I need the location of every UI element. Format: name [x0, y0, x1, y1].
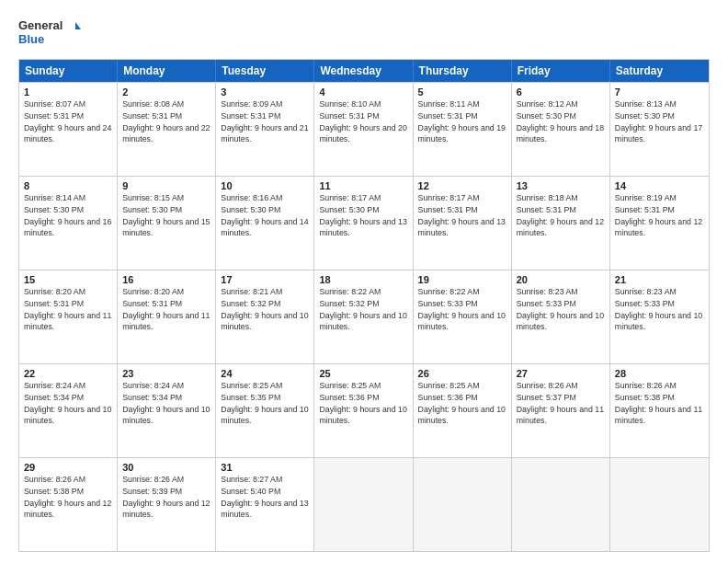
day-number: 21: [615, 274, 704, 285]
day-cell-19: 19Sunrise: 8:22 AM Sunset: 5:33 PM Dayli…: [414, 270, 512, 363]
calendar-grid: SundayMondayTuesdayWednesdayThursdayFrid…: [18, 59, 710, 552]
day-cell-31: 31Sunrise: 8:27 AM Sunset: 5:40 PM Dayli…: [216, 458, 314, 551]
day-cell-23: 23Sunrise: 8:24 AM Sunset: 5:34 PM Dayli…: [118, 364, 216, 457]
day-info: Sunrise: 8:09 AM Sunset: 5:31 PM Dayligh…: [221, 98, 309, 145]
day-info: Sunrise: 8:18 AM Sunset: 5:31 PM Dayligh…: [517, 192, 605, 239]
calendar-row-3: 15Sunrise: 8:20 AM Sunset: 5:31 PM Dayli…: [19, 270, 709, 363]
day-info: Sunrise: 8:26 AM Sunset: 5:38 PM Dayligh…: [24, 474, 112, 521]
day-cell-18: 18Sunrise: 8:22 AM Sunset: 5:32 PM Dayli…: [314, 270, 413, 363]
day-cell-27: 27Sunrise: 8:26 AM Sunset: 5:37 PM Dayli…: [512, 364, 610, 457]
day-number: 12: [418, 180, 506, 191]
day-info: Sunrise: 8:26 AM Sunset: 5:37 PM Dayligh…: [517, 380, 605, 427]
calendar-row-4: 22Sunrise: 8:24 AM Sunset: 5:34 PM Dayli…: [19, 363, 709, 457]
day-cell-10: 10Sunrise: 8:16 AM Sunset: 5:30 PM Dayli…: [216, 177, 314, 270]
day-number: 22: [24, 368, 112, 379]
calendar-row-2: 8Sunrise: 8:14 AM Sunset: 5:30 PM Daylig…: [19, 176, 709, 270]
day-cell-21: 21Sunrise: 8:23 AM Sunset: 5:33 PM Dayli…: [610, 270, 709, 363]
day-number: 13: [517, 180, 605, 191]
header-day-saturday: Saturday: [610, 60, 709, 82]
day-number: 6: [517, 86, 605, 98]
calendar-header: SundayMondayTuesdayWednesdayThursdayFrid…: [19, 60, 709, 82]
day-info: Sunrise: 8:23 AM Sunset: 5:33 PM Dayligh…: [615, 286, 704, 333]
day-info: Sunrise: 8:14 AM Sunset: 5:30 PM Dayligh…: [24, 192, 112, 239]
header-day-thursday: Thursday: [414, 60, 512, 82]
day-info: Sunrise: 8:21 AM Sunset: 5:32 PM Dayligh…: [221, 286, 309, 333]
day-number: 10: [221, 180, 309, 191]
day-cell-11: 11Sunrise: 8:17 AM Sunset: 5:30 PM Dayli…: [314, 177, 413, 270]
calendar-row-5: 29Sunrise: 8:26 AM Sunset: 5:38 PM Dayli…: [19, 457, 709, 551]
svg-text:General: General: [18, 18, 63, 32]
empty-cell: [512, 458, 610, 551]
day-number: 29: [24, 462, 112, 473]
day-cell-3: 3Sunrise: 8:09 AM Sunset: 5:31 PM Daylig…: [216, 83, 314, 176]
day-info: Sunrise: 8:07 AM Sunset: 5:31 PM Dayligh…: [24, 98, 112, 145]
day-number: 11: [319, 180, 407, 191]
day-cell-30: 30Sunrise: 8:26 AM Sunset: 5:39 PM Dayli…: [118, 458, 216, 551]
day-info: Sunrise: 8:13 AM Sunset: 5:30 PM Dayligh…: [615, 98, 704, 145]
day-info: Sunrise: 8:26 AM Sunset: 5:38 PM Dayligh…: [615, 380, 704, 427]
day-cell-17: 17Sunrise: 8:21 AM Sunset: 5:32 PM Dayli…: [216, 270, 314, 363]
page-header: General Blue: [18, 17, 710, 50]
day-info: Sunrise: 8:19 AM Sunset: 5:31 PM Dayligh…: [615, 192, 704, 239]
day-info: Sunrise: 8:17 AM Sunset: 5:30 PM Dayligh…: [319, 192, 407, 239]
day-info: Sunrise: 8:08 AM Sunset: 5:31 PM Dayligh…: [122, 98, 210, 145]
day-number: 27: [517, 368, 605, 379]
header-day-friday: Friday: [512, 60, 610, 82]
header-day-sunday: Sunday: [19, 60, 118, 82]
day-cell-20: 20Sunrise: 8:23 AM Sunset: 5:33 PM Dayli…: [512, 270, 610, 363]
day-cell-13: 13Sunrise: 8:18 AM Sunset: 5:31 PM Dayli…: [512, 177, 610, 270]
day-cell-28: 28Sunrise: 8:26 AM Sunset: 5:38 PM Dayli…: [610, 364, 709, 457]
day-cell-2: 2Sunrise: 8:08 AM Sunset: 5:31 PM Daylig…: [118, 83, 216, 176]
day-number: 17: [221, 274, 309, 285]
day-info: Sunrise: 8:25 AM Sunset: 5:35 PM Dayligh…: [221, 380, 309, 427]
day-cell-25: 25Sunrise: 8:25 AM Sunset: 5:36 PM Dayli…: [314, 364, 413, 457]
calendar-row-1: 1Sunrise: 8:07 AM Sunset: 5:31 PM Daylig…: [19, 82, 709, 176]
day-number: 31: [221, 462, 309, 473]
day-cell-15: 15Sunrise: 8:20 AM Sunset: 5:31 PM Dayli…: [19, 270, 118, 363]
day-number: 24: [221, 368, 309, 379]
day-number: 20: [517, 274, 605, 285]
header-day-monday: Monday: [118, 60, 216, 82]
day-info: Sunrise: 8:25 AM Sunset: 5:36 PM Dayligh…: [319, 380, 407, 427]
day-cell-4: 4Sunrise: 8:10 AM Sunset: 5:31 PM Daylig…: [314, 83, 413, 176]
day-info: Sunrise: 8:12 AM Sunset: 5:30 PM Dayligh…: [517, 98, 605, 145]
day-info: Sunrise: 8:26 AM Sunset: 5:39 PM Dayligh…: [122, 474, 210, 521]
day-cell-29: 29Sunrise: 8:26 AM Sunset: 5:38 PM Dayli…: [19, 458, 118, 551]
day-cell-5: 5Sunrise: 8:11 AM Sunset: 5:31 PM Daylig…: [414, 83, 512, 176]
day-number: 14: [615, 180, 704, 191]
day-number: 9: [122, 180, 210, 191]
day-number: 3: [221, 86, 309, 98]
day-number: 2: [122, 86, 210, 98]
day-cell-22: 22Sunrise: 8:24 AM Sunset: 5:34 PM Dayli…: [19, 364, 118, 457]
day-cell-14: 14Sunrise: 8:19 AM Sunset: 5:31 PM Dayli…: [610, 177, 709, 270]
day-info: Sunrise: 8:24 AM Sunset: 5:34 PM Dayligh…: [24, 380, 112, 427]
day-cell-9: 9Sunrise: 8:15 AM Sunset: 5:30 PM Daylig…: [118, 177, 216, 270]
header-day-wednesday: Wednesday: [314, 60, 413, 82]
day-cell-7: 7Sunrise: 8:13 AM Sunset: 5:30 PM Daylig…: [610, 83, 709, 176]
day-info: Sunrise: 8:16 AM Sunset: 5:30 PM Dayligh…: [221, 192, 309, 239]
day-info: Sunrise: 8:20 AM Sunset: 5:31 PM Dayligh…: [24, 286, 112, 333]
logo-svg: General Blue: [18, 17, 83, 50]
day-info: Sunrise: 8:15 AM Sunset: 5:30 PM Dayligh…: [122, 192, 210, 239]
empty-cell: [414, 458, 512, 551]
day-info: Sunrise: 8:17 AM Sunset: 5:31 PM Dayligh…: [418, 192, 506, 239]
day-cell-26: 26Sunrise: 8:25 AM Sunset: 5:36 PM Dayli…: [414, 364, 512, 457]
logo: General Blue: [18, 17, 83, 50]
day-info: Sunrise: 8:11 AM Sunset: 5:31 PM Dayligh…: [418, 98, 506, 145]
calendar-page: General Blue SundayMondayTuesdayWednesda…: [0, 0, 728, 563]
day-cell-24: 24Sunrise: 8:25 AM Sunset: 5:35 PM Dayli…: [216, 364, 314, 457]
day-number: 30: [122, 462, 210, 473]
day-number: 1: [24, 86, 112, 98]
day-number: 16: [122, 274, 210, 285]
day-info: Sunrise: 8:20 AM Sunset: 5:31 PM Dayligh…: [122, 286, 210, 333]
day-number: 28: [615, 368, 704, 379]
day-number: 18: [319, 274, 407, 285]
header-day-tuesday: Tuesday: [216, 60, 314, 82]
day-info: Sunrise: 8:22 AM Sunset: 5:33 PM Dayligh…: [418, 286, 506, 333]
day-info: Sunrise: 8:27 AM Sunset: 5:40 PM Dayligh…: [221, 474, 309, 521]
day-number: 8: [24, 180, 112, 191]
day-info: Sunrise: 8:10 AM Sunset: 5:31 PM Dayligh…: [319, 98, 407, 145]
day-cell-6: 6Sunrise: 8:12 AM Sunset: 5:30 PM Daylig…: [512, 83, 610, 176]
day-info: Sunrise: 8:23 AM Sunset: 5:33 PM Dayligh…: [517, 286, 605, 333]
day-info: Sunrise: 8:25 AM Sunset: 5:36 PM Dayligh…: [418, 380, 506, 427]
